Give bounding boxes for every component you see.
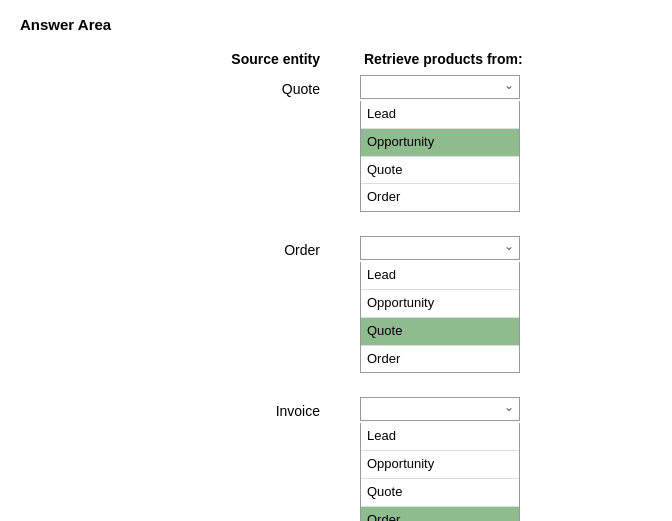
option-2-0[interactable]: Lead xyxy=(361,423,519,451)
dropdown-container-0: LeadOpportunityQuoteOrder xyxy=(360,75,580,212)
dropdown-wrapper-0[interactable] xyxy=(360,75,520,99)
order-row: OrderLeadOpportunityQuoteOrder xyxy=(80,236,652,373)
option-0-3[interactable]: Order xyxy=(361,184,519,211)
option-0-0[interactable]: Lead xyxy=(361,101,519,129)
source-entity-header: Source entity xyxy=(80,51,360,67)
source-label-1: Order xyxy=(80,236,360,258)
quote-row: QuoteLeadOpportunityQuoteOrder xyxy=(80,75,652,212)
invoice-row: InvoiceLeadOpportunityQuoteOrder xyxy=(80,397,652,521)
dropdown-container-2: LeadOpportunityQuoteOrder xyxy=(360,397,580,521)
retrieve-products-header: Retrieve products from: xyxy=(360,51,580,67)
option-1-2[interactable]: Quote xyxy=(361,318,519,346)
dropdown-input-1[interactable] xyxy=(360,236,520,260)
dropdown-input-2[interactable] xyxy=(360,397,520,421)
options-list-1: LeadOpportunityQuoteOrder xyxy=(360,262,520,373)
dropdown-input-0[interactable] xyxy=(360,75,520,99)
option-2-3[interactable]: Order xyxy=(361,507,519,521)
source-label-0: Quote xyxy=(80,75,360,97)
options-list-2: LeadOpportunityQuoteOrder xyxy=(360,423,520,521)
options-list-0: LeadOpportunityQuoteOrder xyxy=(360,101,520,212)
option-1-3[interactable]: Order xyxy=(361,346,519,373)
option-0-1[interactable]: Opportunity xyxy=(361,129,519,157)
option-1-0[interactable]: Lead xyxy=(361,262,519,290)
option-1-1[interactable]: Opportunity xyxy=(361,290,519,318)
option-2-1[interactable]: Opportunity xyxy=(361,451,519,479)
dropdown-wrapper-2[interactable] xyxy=(360,397,520,421)
option-0-2[interactable]: Quote xyxy=(361,157,519,185)
dropdown-wrapper-1[interactable] xyxy=(360,236,520,260)
answer-area-title: Answer Area xyxy=(20,16,652,33)
option-2-2[interactable]: Quote xyxy=(361,479,519,507)
dropdown-container-1: LeadOpportunityQuoteOrder xyxy=(360,236,580,373)
source-label-2: Invoice xyxy=(80,397,360,419)
